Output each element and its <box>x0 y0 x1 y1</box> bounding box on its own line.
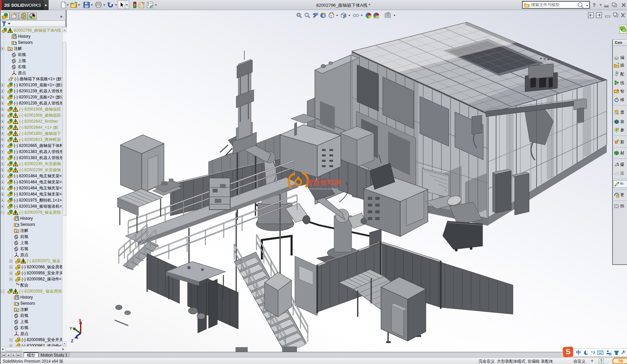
svg-text:Z: Z <box>71 339 74 344</box>
svg-text:X: X <box>79 318 81 323</box>
svg-text:智造资料网: 智造资料网 <box>305 179 341 186</box>
svg-text:Y: Y <box>70 326 72 331</box>
svg-text:WWW.ZHIZAOZILIAO.COM: WWW.ZHIZAOZILIAO.COM <box>307 187 339 190</box>
svg-text:25: 25 <box>609 353 611 355</box>
